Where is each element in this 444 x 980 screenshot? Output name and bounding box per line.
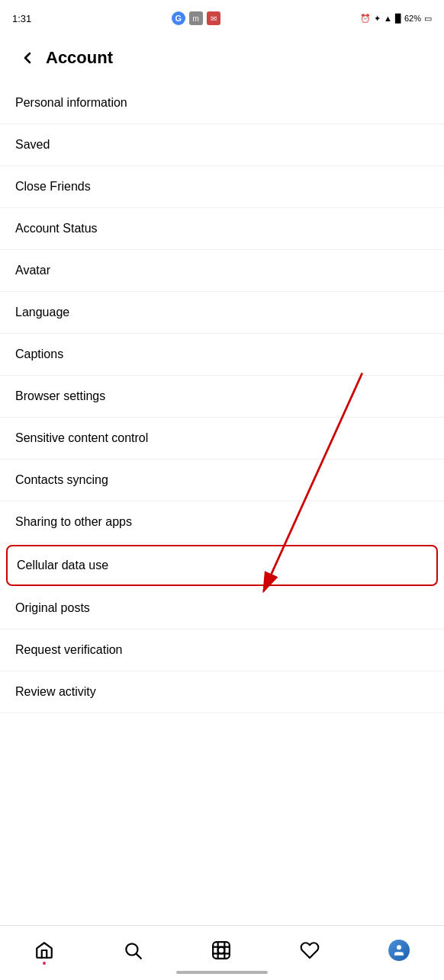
- status-center-icons: G m ✉: [172, 11, 220, 25]
- nav-activity[interactable]: [288, 934, 332, 966]
- menu-item-contacts-syncing[interactable]: Contacts syncing: [0, 460, 444, 501]
- menu-item-account-status[interactable]: Account Status: [0, 208, 444, 250]
- menu-item-cellular-data-use[interactable]: Cellular data use: [6, 545, 438, 586]
- battery-text: 62%: [404, 14, 421, 23]
- menu-item-sharing-to-other-apps[interactable]: Sharing to other apps: [0, 501, 444, 543]
- account-menu-list: Personal informationSavedClose FriendsAc…: [0, 82, 444, 713]
- heart-icon: [300, 940, 320, 960]
- svg-point-5: [218, 946, 225, 953]
- profile-avatar: [388, 940, 410, 961]
- menu-item-personal-information[interactable]: Personal information: [0, 82, 444, 124]
- menu-item-label-request-verification: Request verification: [15, 643, 123, 657]
- alarm-icon: ⏰: [360, 14, 371, 24]
- svg-rect-4: [213, 942, 230, 959]
- status-time: 1:31: [12, 13, 31, 24]
- page-title: Account: [46, 48, 113, 68]
- nav-profile[interactable]: [376, 934, 422, 967]
- menu-item-close-friends[interactable]: Close Friends: [0, 166, 444, 208]
- g-icon: G: [172, 11, 185, 25]
- search-icon: [123, 940, 143, 960]
- status-right-icons: ⏰ ✦ ▲ ▉ 62% ▭: [360, 14, 432, 24]
- menu-item-review-activity[interactable]: Review activity: [0, 671, 444, 713]
- nav-search[interactable]: [111, 934, 155, 966]
- bluetooth-icon: ✦: [374, 14, 381, 24]
- menu-item-label-avatar: Avatar: [15, 264, 50, 277]
- status-bar: 1:31 G m ✉ ⏰ ✦ ▲ ▉ 62% ▭: [0, 0, 444, 37]
- svg-line-3: [137, 953, 141, 958]
- menu-item-label-contacts-syncing: Contacts syncing: [15, 473, 108, 487]
- back-button[interactable]: [12, 43, 43, 73]
- menu-item-browser-settings[interactable]: Browser settings: [0, 376, 444, 418]
- menu-item-request-verification[interactable]: Request verification: [0, 629, 444, 671]
- menu-item-label-original-posts: Original posts: [15, 601, 90, 615]
- menu-item-original-posts[interactable]: Original posts: [0, 588, 444, 629]
- app2-icon: ✉: [207, 11, 220, 25]
- page-header: Account: [0, 37, 444, 82]
- menu-item-label-account-status: Account Status: [15, 222, 98, 235]
- menu-item-label-saved: Saved: [15, 138, 50, 152]
- home-icon: [34, 940, 54, 960]
- menu-item-avatar[interactable]: Avatar: [0, 250, 444, 292]
- page-container: 1:31 G m ✉ ⏰ ✦ ▲ ▉ 62% ▭ Account Persona…: [0, 0, 444, 774]
- menu-item-label-close-friends: Close Friends: [15, 180, 91, 194]
- home-active-dot: [43, 962, 46, 965]
- menu-item-captions[interactable]: Captions: [0, 334, 444, 376]
- menu-item-sensitive-content-control[interactable]: Sensitive content control: [0, 418, 444, 460]
- wifi-icon: ▲: [384, 14, 392, 23]
- menu-item-label-language: Language: [15, 306, 69, 319]
- menu-item-label-sensitive-content-control: Sensitive content control: [15, 431, 148, 445]
- menu-item-language[interactable]: Language: [0, 292, 444, 334]
- m-icon: m: [189, 11, 203, 25]
- menu-item-label-personal-information: Personal information: [15, 96, 127, 110]
- menu-item-saved[interactable]: Saved: [0, 124, 444, 166]
- menu-item-label-captions: Captions: [15, 347, 63, 361]
- signal-icon: ▉: [395, 14, 401, 24]
- menu-item-label-cellular-data-use: Cellular data use: [17, 559, 108, 572]
- battery-icon: ▭: [424, 14, 432, 24]
- nav-reels[interactable]: [199, 934, 243, 966]
- nav-home[interactable]: [22, 934, 66, 966]
- svg-point-10: [397, 945, 401, 950]
- profile-avatar-icon: [392, 943, 406, 957]
- reels-icon: [211, 940, 231, 960]
- menu-item-label-browser-settings: Browser settings: [15, 389, 105, 403]
- home-indicator: [176, 971, 268, 974]
- menu-item-label-sharing-to-other-apps: Sharing to other apps: [15, 515, 132, 529]
- menu-item-label-review-activity: Review activity: [15, 685, 96, 699]
